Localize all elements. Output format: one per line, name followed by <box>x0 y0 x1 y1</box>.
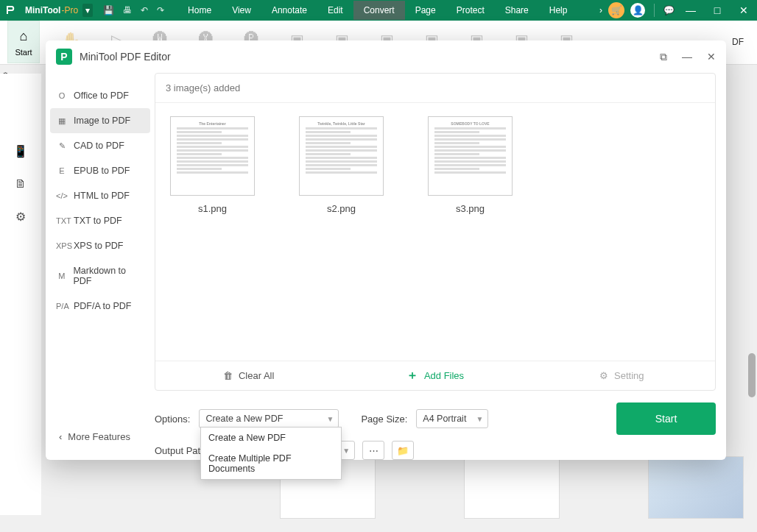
file-thumb[interactable]: SOMEBODY TO LOVE s3.png <box>428 116 513 347</box>
dialog-main: 3 image(s) added The Entertainer s1.png … <box>155 73 726 460</box>
options-value: Create a New PDF <box>205 414 283 424</box>
divider <box>654 4 655 17</box>
sidebar-item-cad-to-pdf[interactable]: ✎CAD to PDF <box>50 133 150 158</box>
thumb-image: Twinkle, Twinkle, Little Star <box>299 116 384 196</box>
office-icon: O <box>56 91 68 100</box>
sidebar-item-image-to-pdf[interactable]: ▦Image to PDF <box>50 108 150 133</box>
gear-icon: ⚙ <box>599 370 608 381</box>
dialog-minimize[interactable]: — <box>682 51 692 63</box>
options-dropdown-menu: Create a New PDF Create Multiple PDF Doc… <box>200 427 342 480</box>
menu-overflow-caret[interactable]: › <box>599 5 602 15</box>
setting-label: Setting <box>614 370 644 381</box>
thumb-image: The Entertainer <box>170 116 255 196</box>
open-folder-button[interactable]: 📁 <box>392 441 414 460</box>
menu-help[interactable]: Help <box>539 1 578 20</box>
thumb-filename: s3.png <box>428 203 513 214</box>
sidebar-item-label: XPS to PDF <box>74 241 123 251</box>
ribbon-start-button[interactable]: ⌂ Start <box>7 21 40 63</box>
main-menu: Home View Annotate Edit Convert Page Pro… <box>177 1 577 20</box>
menu-annotate[interactable]: Annotate <box>261 1 317 20</box>
rail-phone-icon[interactable]: 📱 <box>13 144 28 158</box>
start-button[interactable]: Start <box>616 402 716 435</box>
bg-thumb[interactable] <box>648 456 744 519</box>
sidebar-item-xps-to-pdf[interactable]: XPSXPS to PDF <box>50 233 150 258</box>
setting-button[interactable]: ⚙ Setting <box>529 361 715 390</box>
html-icon: </> <box>56 191 68 200</box>
dropdown-item-create-multiple[interactable]: Create Multiple PDF Documents <box>201 448 341 479</box>
sidebar-item-office-to-pdf[interactable]: OOffice to PDF <box>50 83 150 108</box>
chevron-down-icon: ▼ <box>476 415 483 423</box>
user-icon[interactable]: 👤 <box>630 3 645 18</box>
sidebar-item-pdfa-to-pdf[interactable]: P/APDF/A to PDF <box>50 294 150 319</box>
sidebar-item-label: Image to PDF <box>74 116 130 126</box>
more-features-label: More Features <box>68 431 130 442</box>
app-logo-icon <box>3 1 21 19</box>
pagesize-select[interactable]: A4 Portrait ▼ <box>416 409 488 428</box>
menu-edit[interactable]: Edit <box>317 1 353 20</box>
add-files-label: Add Files <box>424 370 464 381</box>
clear-all-label: Clear All <box>239 370 274 381</box>
folder-icon: 📁 <box>397 445 409 456</box>
cart-icon[interactable]: 🛒 <box>608 2 624 18</box>
epub-icon: E <box>56 166 68 175</box>
dialog-pin-icon[interactable]: ⧉ <box>660 51 667 63</box>
bg-thumb[interactable] <box>464 456 560 519</box>
plus-icon: ＋ <box>406 368 418 383</box>
sidebar-item-label: TXT to PDF <box>74 216 122 226</box>
thumb-filename: s2.png <box>299 203 384 214</box>
options-select[interactable]: Create a New PDF ▼ <box>199 409 339 428</box>
clear-all-button[interactable]: 🗑 Clear All <box>155 361 342 390</box>
browse-button[interactable]: ⋯ <box>362 441 384 460</box>
quick-access-toolbar: 💾 🖶 ↶ ↷ <box>103 5 164 15</box>
dropdown-item-create-new[interactable]: Create a New PDF <box>201 428 341 448</box>
print-icon[interactable]: 🖶 <box>123 5 132 15</box>
feedback-icon[interactable]: 💬 <box>663 5 675 15</box>
file-thumb[interactable]: Twinkle, Twinkle, Little Star s2.png <box>299 116 384 347</box>
home-icon: ⌂ <box>8 29 39 44</box>
background-thumbnails <box>280 456 757 519</box>
sidebar-item-label: HTML to PDF <box>74 191 130 201</box>
content-box: 3 image(s) added The Entertainer s1.png … <box>155 73 716 391</box>
menu-page[interactable]: Page <box>405 1 446 20</box>
thumb-music-title: SOMEBODY TO LOVE <box>433 121 507 126</box>
sidebar-item-txt-to-pdf[interactable]: TXTTXT to PDF <box>50 208 150 233</box>
image-icon: ▦ <box>56 116 68 126</box>
thumb-music-title: Twinkle, Twinkle, Little Star <box>304 121 378 126</box>
dialog-logo-icon: P <box>56 49 72 65</box>
menu-share[interactable]: Share <box>495 1 539 20</box>
dialog-header: P MiniTool PDF Editor ⧉ — ✕ <box>46 40 726 73</box>
sidebar-item-label: PDF/A to PDF <box>74 301 132 311</box>
page-scrollbar[interactable] <box>748 353 756 397</box>
brand-dropdown[interactable]: ▾ <box>82 4 93 17</box>
thumb-music-title: The Entertainer <box>175 121 250 126</box>
convert-dialog: P MiniTool PDF Editor ⧉ — ✕ OOffice to P… <box>46 40 726 460</box>
menu-home[interactable]: Home <box>177 1 222 20</box>
window-close[interactable]: ✕ <box>733 4 754 16</box>
brand-suffix: -Pro <box>61 5 78 15</box>
rail-doc-icon[interactable]: 🗎 <box>15 177 27 191</box>
dialog-title: MiniTool PDF Editor <box>80 51 171 63</box>
more-features-button[interactable]: ‹ More Features <box>59 431 130 442</box>
markdown-icon: M <box>56 272 67 280</box>
rail-gear-icon[interactable]: ⚙ <box>15 210 26 224</box>
ellipsis-icon: ⋯ <box>369 445 378 456</box>
window-minimize[interactable]: — <box>680 4 701 16</box>
sidebar-item-markdown-to-pdf[interactable]: MMarkdown to PDF <box>50 258 150 294</box>
redo-icon[interactable]: ↷ <box>157 5 164 15</box>
menu-view[interactable]: View <box>222 1 261 20</box>
add-files-button[interactable]: ＋ Add Files <box>342 361 528 390</box>
thumbnail-grid: The Entertainer s1.png Twinkle, Twinkle,… <box>155 103 715 361</box>
window-maximize[interactable]: □ <box>707 4 728 16</box>
menu-convert[interactable]: Convert <box>353 1 405 20</box>
undo-icon[interactable]: ↶ <box>141 5 148 15</box>
file-thumb[interactable]: The Entertainer s1.png <box>170 116 255 347</box>
chevron-left-icon: ‹ <box>59 431 62 442</box>
menu-protect[interactable]: Protect <box>446 1 495 20</box>
save-icon[interactable]: 💾 <box>103 5 114 15</box>
thumb-filename: s1.png <box>170 203 255 214</box>
cad-icon: ✎ <box>56 141 68 151</box>
dialog-close[interactable]: ✕ <box>707 51 716 63</box>
brand-name: MiniTool <box>25 5 60 15</box>
sidebar-item-epub-to-pdf[interactable]: EEPUB to PDF <box>50 158 150 183</box>
sidebar-item-html-to-pdf[interactable]: </>HTML to PDF <box>50 183 150 208</box>
